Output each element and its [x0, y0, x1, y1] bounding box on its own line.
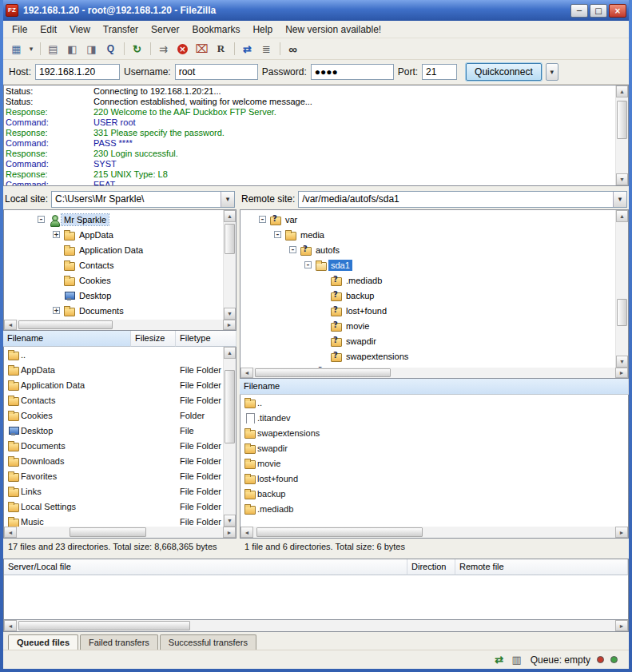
local-tree-horizontal-scrollbar[interactable]: ◄ ► [4, 320, 236, 330]
menu-item[interactable]: Edit [34, 22, 62, 37]
expand-toggle-icon[interactable] [38, 216, 45, 223]
password-input[interactable] [311, 64, 394, 80]
tree-item[interactable]: autofs [240, 242, 615, 257]
remote-site-combo[interactable]: /var/media/autofs/sda1 [298, 191, 627, 208]
scroll-up-icon[interactable]: ▲ [224, 347, 236, 359]
cancel-operation-icon[interactable] [173, 40, 192, 58]
tree-item[interactable]: movie [240, 318, 615, 333]
dropdown-arrow-icon[interactable] [613, 192, 626, 207]
scroll-thumb[interactable] [18, 320, 113, 329]
quickconnect-button[interactable]: Quickconnect [466, 63, 542, 81]
scroll-left-icon[interactable]: ◄ [240, 368, 253, 378]
menu-item[interactable]: File [6, 22, 33, 37]
menu-item[interactable]: New version available! [280, 22, 387, 37]
queue-horizontal-scrollbar[interactable]: ◄ ► [3, 620, 629, 632]
file-row[interactable]: .mediadb [240, 501, 628, 516]
scroll-thumb[interactable] [255, 368, 391, 377]
menu-item[interactable]: Bookmarks [186, 22, 245, 37]
log-vertical-scrollbar[interactable]: ▲ ▼ [615, 85, 628, 185]
file-row[interactable]: Documents File Folder [4, 438, 223, 453]
column-header-filename[interactable]: Filename [3, 331, 131, 347]
tree-item[interactable]: Desktop [4, 288, 223, 303]
tree-item[interactable]: .mediadb [240, 272, 615, 288]
column-header-filetype[interactable]: Filetype [176, 331, 237, 347]
scroll-thumb[interactable] [225, 224, 235, 254]
column-header-filename[interactable]: Filename [240, 379, 629, 395]
local-site-combo[interactable]: C:\Users\Mr Sparkle\ [51, 191, 235, 208]
expand-toggle-icon[interactable] [259, 216, 266, 223]
process-queue-icon[interactable] [154, 40, 173, 58]
scroll-up-icon[interactable]: ▲ [616, 210, 628, 222]
scroll-down-icon[interactable]: ▼ [616, 356, 628, 368]
file-row[interactable]: backup [240, 486, 628, 501]
file-search-icon[interactable] [284, 40, 302, 58]
file-row[interactable]: swapextensions [240, 425, 628, 440]
file-row[interactable]: .. [4, 347, 223, 362]
column-header-direction[interactable]: Direction [407, 559, 455, 575]
username-input[interactable] [175, 64, 258, 80]
scroll-thumb[interactable] [256, 527, 423, 537]
toggle-message-log-icon[interactable] [44, 40, 62, 58]
toggle-remote-tree-icon[interactable] [82, 40, 101, 58]
menu-item[interactable]: View [64, 22, 96, 37]
queue-tab[interactable]: Queued files [8, 634, 78, 650]
file-row[interactable]: Contacts File Folder [4, 392, 223, 408]
refresh-icon[interactable] [128, 40, 146, 58]
scroll-left-icon[interactable]: ◄ [4, 527, 17, 538]
column-header-server-local-file[interactable]: Server/Local file [4, 559, 407, 575]
queue-tab[interactable]: Failed transfers [80, 634, 158, 650]
dropdown-arrow-icon[interactable] [221, 192, 234, 207]
remote-tree-horizontal-scrollbar[interactable]: ◄ ► [240, 368, 628, 378]
file-row[interactable]: Music File Folder [4, 514, 223, 527]
file-row[interactable]: Links File Folder [4, 483, 223, 499]
file-row[interactable]: Cookies Folder [4, 408, 223, 423]
local-tree-vertical-scrollbar[interactable]: ▲ ▼ [223, 210, 236, 320]
expand-toggle-icon[interactable] [274, 231, 281, 238]
scroll-right-icon[interactable]: ► [615, 527, 628, 538]
scroll-down-icon[interactable]: ▼ [224, 308, 236, 320]
toolbar-separator[interactable] [231, 40, 237, 58]
file-row[interactable]: lost+found [240, 471, 628, 486]
scroll-down-icon[interactable]: ▼ [224, 515, 236, 527]
scroll-thumb[interactable] [18, 621, 190, 630]
file-row[interactable]: movie [240, 455, 628, 471]
site-manager-dropdown-icon[interactable] [26, 40, 36, 58]
host-input[interactable] [35, 64, 120, 80]
maximize-button[interactable]: □ [590, 4, 607, 18]
scroll-thumb[interactable] [617, 101, 627, 139]
tree-item[interactable]: Application Data [4, 242, 223, 257]
menu-item[interactable]: Transfer [97, 22, 144, 37]
synchronized-browsing-icon[interactable] [238, 40, 256, 58]
file-row[interactable]: Downloads File Folder [4, 453, 223, 468]
expand-toggle-icon[interactable] [304, 261, 312, 268]
toolbar-separator[interactable] [37, 40, 43, 58]
tree-item[interactable]: Cookies [4, 272, 223, 288]
column-header-remote-file[interactable]: Remote file [455, 559, 628, 575]
tree-item[interactable]: lost+found [240, 303, 615, 318]
file-row[interactable]: swapdir [240, 440, 628, 455]
directory-comparison-icon[interactable] [257, 40, 276, 58]
local-list-horizontal-scrollbar[interactable]: ◄ ► [3, 527, 237, 539]
file-row[interactable]: Local Settings File Folder [4, 499, 223, 514]
scroll-right-icon[interactable]: ► [223, 527, 236, 538]
synchronized-browsing-icon[interactable]: ⇄ [492, 654, 507, 666]
scroll-left-icon[interactable]: ◄ [240, 527, 253, 538]
tree-item[interactable]: swapextensions [240, 348, 615, 364]
disconnect-icon[interactable] [193, 40, 211, 58]
scroll-left-icon[interactable]: ◄ [4, 320, 17, 330]
tree-item[interactable]: Mr Sparkle [4, 212, 223, 227]
expand-toggle-icon[interactable] [289, 246, 296, 253]
expand-toggle-icon[interactable] [53, 307, 60, 314]
local-list-vertical-scrollbar[interactable]: ▲ ▼ [223, 347, 236, 527]
expand-toggle-icon[interactable] [53, 231, 60, 238]
scroll-thumb[interactable] [225, 370, 235, 443]
scroll-right-icon[interactable]: ► [615, 620, 628, 631]
scroll-thumb[interactable] [70, 527, 146, 537]
queue-tab[interactable]: Successful transfers [160, 634, 256, 650]
scroll-thumb[interactable] [617, 299, 627, 326]
toolbar-separator[interactable] [121, 40, 127, 58]
tree-item[interactable]: media [240, 227, 615, 242]
minimize-button[interactable]: ─ [570, 4, 588, 18]
toggle-transfer-queue-icon[interactable] [101, 40, 120, 58]
site-manager-icon[interactable] [7, 40, 26, 58]
